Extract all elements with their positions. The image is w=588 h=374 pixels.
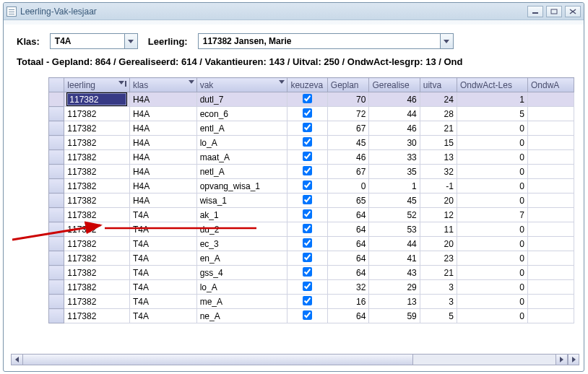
maximize-button[interactable] (546, 6, 562, 17)
cell-geplan[interactable]: 46 (327, 150, 369, 165)
cell-vak[interactable]: entl_A (196, 121, 287, 136)
cell-uitva[interactable]: 13 (420, 150, 457, 165)
col-geplan[interactable]: Geplan (327, 78, 369, 92)
cell-leerling[interactable]: 117382 (64, 309, 130, 323)
cell-vak[interactable]: lo_A (196, 136, 287, 150)
cell-ondwact[interactable]: 0 (457, 150, 527, 165)
cell-gerealise[interactable]: 1 (369, 179, 420, 193)
table-row[interactable]: 117382H4Aecon_67244285 (49, 107, 574, 121)
cell-ondwa[interactable] (527, 280, 574, 295)
cell-uitva[interactable]: 11 (420, 222, 457, 237)
cell-leerling[interactable]: 117382 (64, 150, 130, 165)
table-row[interactable]: 117382H4Alo_A4530150 (49, 136, 574, 150)
table-row[interactable]: 117382T4Agss_46443210 (49, 266, 574, 280)
cell-leerling[interactable]: 117382 (64, 193, 130, 208)
cell-klas[interactable]: H4A (129, 179, 196, 193)
table-row[interactable]: 117382H4Amaat_A4633130 (49, 150, 574, 165)
cell-ondwa[interactable] (527, 222, 574, 237)
cell-geplan[interactable]: 32 (327, 280, 369, 295)
cell-leerling[interactable]: 117382 (64, 136, 130, 150)
cell-keuzeva[interactable] (287, 266, 327, 280)
table-row[interactable]: 117382T4Ame_A161330 (49, 295, 574, 309)
cell-leerling[interactable]: 117382 (64, 295, 130, 309)
col-ondwa[interactable]: OndwA (527, 78, 574, 92)
row-selector[interactable] (49, 208, 64, 222)
cell-ondwact[interactable]: 0 (457, 237, 527, 251)
table-row[interactable]: 117382H4Anetl_A6735320 (49, 165, 574, 179)
cell-uitva[interactable]: 23 (420, 251, 457, 266)
cell-ondwact[interactable]: 0 (457, 136, 527, 150)
cell-ondwact[interactable]: 1 (457, 92, 527, 107)
chevron-down-icon[interactable] (124, 34, 137, 48)
cell-gerealise[interactable]: 46 (369, 121, 420, 136)
table-row[interactable]: 117382H4Aopvang_wisa_101-10 (49, 179, 574, 193)
cell-uitva[interactable]: 32 (420, 165, 457, 179)
keuzeva-checkbox[interactable] (303, 152, 312, 161)
cell-klas[interactable]: T4A (129, 280, 196, 295)
cell-geplan[interactable]: 64 (327, 266, 369, 280)
cell-keuzeva[interactable] (287, 222, 327, 237)
cell-gerealise[interactable]: 30 (369, 136, 420, 150)
cell-keuzeva[interactable] (287, 136, 327, 150)
cell-geplan[interactable]: 64 (327, 237, 369, 251)
cell-gerealise[interactable]: 44 (369, 107, 420, 121)
horizontal-scrollbar[interactable] (11, 354, 568, 365)
cell-leerling[interactable]: 117382 (64, 107, 130, 121)
row-selector[interactable] (49, 266, 64, 280)
cell-geplan[interactable]: 70 (327, 92, 369, 107)
cell-uitva[interactable]: 12 (420, 208, 457, 222)
keuzeva-checkbox[interactable] (303, 310, 312, 320)
cell-gerealise[interactable]: 44 (369, 237, 420, 251)
cell-ondwact[interactable]: 0 (457, 251, 527, 266)
table-row[interactable]: 117382T4Aen_A6441230 (49, 251, 574, 266)
row-selector[interactable] (49, 121, 64, 136)
cell-ondwa[interactable] (527, 309, 574, 323)
scroll-left-button[interactable] (12, 355, 23, 365)
cell-keuzeva[interactable] (287, 237, 327, 251)
cell-keuzeva[interactable] (287, 208, 327, 222)
col-gerealise[interactable]: Gerealise (369, 78, 420, 92)
cell-uitva[interactable]: 24 (420, 92, 457, 107)
keuzeva-checkbox[interactable] (303, 195, 312, 204)
table-row[interactable]: 117382T4Alo_A322930 (49, 280, 574, 295)
cell-leerling[interactable]: 117382 (64, 222, 130, 237)
cell-ondwa[interactable] (527, 165, 574, 179)
cell-klas[interactable]: T4A (129, 309, 196, 323)
col-uitva[interactable]: uitva (420, 78, 457, 92)
cell-vak[interactable]: wisa_1 (196, 193, 287, 208)
cell-leerling[interactable]: 117382 (64, 165, 130, 179)
cell-klas[interactable]: T4A (129, 208, 196, 222)
cell-geplan[interactable]: 64 (327, 222, 369, 237)
data-grid[interactable]: leerling klas vak keuzeva Geplan Gereali… (48, 77, 574, 323)
select-all-cell[interactable] (49, 78, 64, 92)
cell-ondwact[interactable]: 0 (457, 222, 527, 237)
cell-uitva[interactable]: -1 (420, 179, 457, 193)
cell-ondwa[interactable] (527, 266, 574, 280)
cell-keuzeva[interactable] (287, 92, 327, 107)
cell-gerealise[interactable]: 59 (369, 309, 420, 323)
cell-ondwact[interactable]: 0 (457, 121, 527, 136)
cell-klas[interactable]: T4A (129, 222, 196, 237)
cell-uitva[interactable]: 3 (420, 295, 457, 309)
cell-uitva[interactable]: 3 (420, 280, 457, 295)
cell-geplan[interactable]: 16 (327, 295, 369, 309)
minimize-button[interactable] (527, 6, 543, 17)
cell-geplan[interactable]: 67 (327, 121, 369, 136)
col-vak[interactable]: vak (196, 78, 287, 92)
cell-klas[interactable]: T4A (129, 251, 196, 266)
cell-leerling[interactable]: 117382 (64, 121, 130, 136)
keuzeva-checkbox[interactable] (303, 253, 312, 262)
row-selector[interactable] (49, 136, 64, 150)
table-row[interactable]: 117382T4Aec_36444200 (49, 237, 574, 251)
cell-keuzeva[interactable] (287, 121, 327, 136)
cell-uitva[interactable]: 28 (420, 107, 457, 121)
cell-ondwact[interactable]: 7 (457, 208, 527, 222)
cell-klas[interactable]: T4A (129, 295, 196, 309)
cell-gerealise[interactable]: 46 (369, 92, 420, 107)
chevron-down-icon[interactable] (440, 34, 453, 48)
cell-geplan[interactable]: 67 (327, 165, 369, 179)
row-selector[interactable] (49, 222, 64, 237)
col-klas[interactable]: klas (129, 78, 196, 92)
scroll-track[interactable] (23, 355, 555, 365)
cell-geplan[interactable]: 64 (327, 208, 369, 222)
